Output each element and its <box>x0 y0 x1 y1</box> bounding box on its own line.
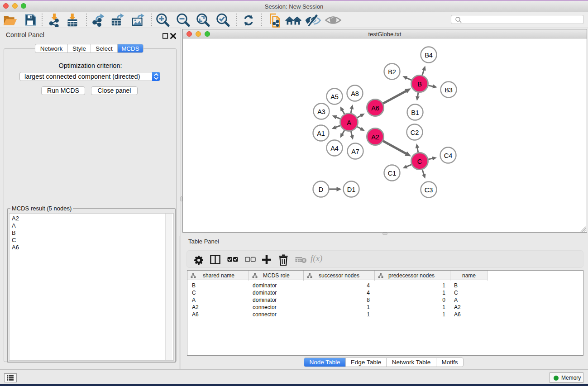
svg-text:B4: B4 <box>425 52 433 59</box>
svg-text:B2: B2 <box>388 68 396 76</box>
svg-text:A5: A5 <box>330 93 339 100</box>
svg-text:A7: A7 <box>351 148 359 155</box>
svg-text:A4: A4 <box>330 145 339 152</box>
svg-text:C3: C3 <box>425 186 433 194</box>
svg-text:A: A <box>347 119 351 126</box>
svg-text:A8: A8 <box>351 90 359 97</box>
svg-text:A1: A1 <box>317 130 325 137</box>
svg-text:D: D <box>319 186 323 193</box>
svg-text:C1: C1 <box>388 170 397 177</box>
svg-text:B: B <box>417 81 422 88</box>
svg-text:B1: B1 <box>411 109 419 116</box>
svg-text:D1: D1 <box>347 186 356 193</box>
svg-text:C2: C2 <box>411 129 419 136</box>
svg-text:A3: A3 <box>317 108 325 115</box>
svg-text:A2: A2 <box>371 133 379 141</box>
svg-text:C4: C4 <box>444 152 453 159</box>
svg-text:C: C <box>417 158 422 165</box>
svg-text:B3: B3 <box>445 86 453 94</box>
svg-text:A6: A6 <box>371 105 379 112</box>
